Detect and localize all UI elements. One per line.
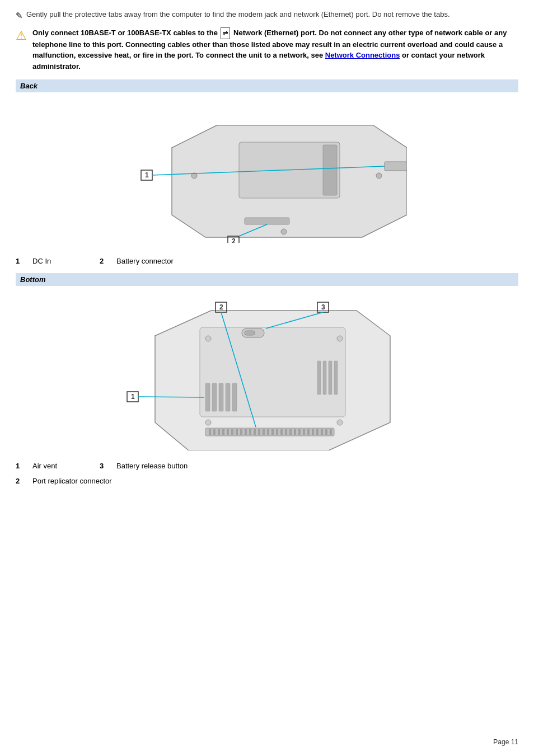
svg-rect-19 (219, 383, 223, 411)
back-diagram-area: 1 2 (16, 95, 518, 251)
bottom-part1-label: Air vent (32, 462, 88, 470)
svg-rect-26 (205, 428, 334, 436)
svg-rect-51 (316, 429, 318, 435)
svg-point-60 (337, 420, 343, 425)
bottom-diagram-area: 1 2 3 (16, 288, 518, 456)
svg-text:3: 3 (321, 303, 325, 311)
svg-rect-46 (294, 429, 296, 435)
note-icon: ✎ (16, 11, 23, 21)
svg-rect-45 (289, 429, 292, 435)
bottom-part3-num: 3 (100, 462, 116, 470)
warning-block: ⚠ Only connect 10BASE-T or 100BASE-TX ca… (16, 27, 518, 72)
svg-rect-37 (254, 429, 256, 435)
svg-rect-25 (334, 361, 338, 395)
back-part1-num: 1 (16, 257, 32, 265)
warning-ethernet-label: Network (Ethernet) port. (233, 29, 317, 37)
back-part1-label: DC In (32, 257, 88, 265)
svg-rect-56 (245, 331, 255, 335)
svg-rect-54 (330, 429, 332, 435)
warning-text: Only connect 10BASE-T or 100BASE-TX cabl… (32, 27, 518, 72)
svg-rect-48 (303, 429, 305, 435)
svg-rect-24 (329, 361, 332, 395)
svg-rect-43 (280, 429, 283, 435)
network-connections-link[interactable]: Network Connections (325, 51, 400, 59)
back-section-header: Back (16, 79, 518, 92)
svg-point-58 (337, 336, 343, 341)
svg-rect-36 (249, 429, 251, 435)
bottom-parts-row2: 2 Port replicator connector (16, 477, 518, 485)
note-row: ✎ Gently pull the protective tabs away f… (16, 10, 518, 21)
svg-text:2: 2 (232, 237, 236, 243)
svg-rect-28 (213, 429, 216, 435)
svg-rect-17 (205, 383, 210, 411)
svg-rect-34 (240, 429, 242, 435)
svg-text:2: 2 (219, 303, 223, 311)
bottom-part2-num: 2 (16, 477, 32, 485)
svg-rect-38 (258, 429, 260, 435)
back-parts-list: 1 DC In 2 Battery connector (16, 257, 518, 265)
svg-rect-32 (231, 429, 233, 435)
svg-rect-44 (285, 429, 287, 435)
bottom-part3-label: Battery release button (116, 462, 228, 470)
svg-rect-27 (209, 429, 211, 435)
svg-rect-29 (218, 429, 220, 435)
svg-rect-21 (232, 383, 237, 411)
svg-rect-31 (227, 429, 229, 435)
svg-rect-42 (276, 429, 278, 435)
svg-rect-47 (298, 429, 301, 435)
back-diagram-svg: 1 2 (127, 103, 407, 243)
svg-rect-3 (323, 145, 337, 195)
svg-rect-22 (317, 361, 321, 395)
bottom-parts-row1: 1 Air vent 3 Battery release button (16, 462, 518, 470)
svg-rect-40 (267, 429, 269, 435)
bottom-section-header: Bottom (16, 273, 518, 286)
svg-rect-49 (307, 429, 310, 435)
svg-rect-33 (236, 429, 238, 435)
bottom-part2-label: Port replicator connector (32, 477, 112, 485)
svg-text:1: 1 (131, 393, 135, 401)
svg-rect-18 (212, 383, 217, 411)
bottom-diagram-svg: 1 2 3 (121, 294, 413, 450)
svg-rect-8 (245, 218, 289, 224)
svg-rect-50 (312, 429, 314, 435)
svg-rect-52 (321, 429, 323, 435)
svg-rect-39 (263, 429, 265, 435)
warning-bold-start: Only connect 10BASE-T or 100BASE-TX cabl… (32, 29, 218, 37)
warning-icon: ⚠ (16, 29, 27, 43)
ethernet-symbol: ⇌ (221, 27, 230, 39)
svg-point-59 (205, 420, 211, 425)
svg-line-63 (138, 397, 204, 397)
svg-point-6 (281, 229, 287, 234)
svg-point-57 (205, 336, 211, 341)
back-parts-row: 1 DC In 2 Battery connector (16, 257, 518, 265)
svg-rect-7 (385, 162, 407, 171)
svg-rect-41 (271, 429, 274, 435)
back-part2-label: Battery connector (116, 257, 228, 265)
svg-text:1: 1 (145, 171, 149, 179)
bottom-part1-num: 1 (16, 462, 32, 470)
svg-point-5 (376, 173, 382, 179)
svg-rect-53 (325, 429, 327, 435)
svg-rect-20 (226, 383, 230, 411)
svg-rect-30 (222, 429, 224, 435)
note-text: Gently pull the protective tabs away fro… (26, 10, 450, 18)
back-part2-num: 2 (100, 257, 116, 265)
bottom-parts-list: 1 Air vent 3 Battery release button 2 Po… (16, 462, 518, 485)
page-number: Page 11 (493, 738, 518, 746)
svg-rect-35 (245, 429, 247, 435)
svg-rect-23 (323, 361, 326, 395)
